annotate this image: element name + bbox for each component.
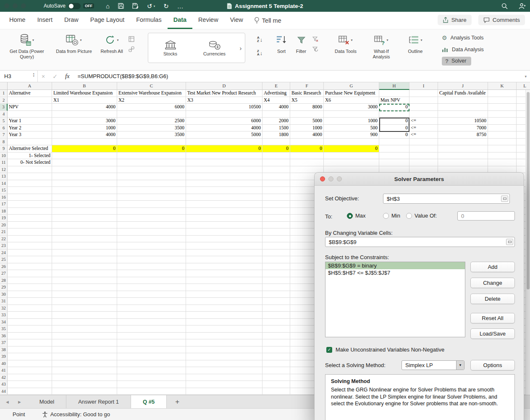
- cell-A36[interactable]: [8, 333, 52, 340]
- cell-D3[interactable]: 10500: [186, 104, 262, 111]
- cell-E41[interactable]: [262, 367, 290, 374]
- cell-H1[interactable]: [379, 90, 409, 97]
- cell-D22[interactable]: [186, 236, 262, 243]
- cell-H9[interactable]: [379, 145, 409, 152]
- cell-D31[interactable]: [186, 298, 262, 305]
- cell-A41[interactable]: [8, 367, 52, 374]
- cell-A11[interactable]: 0- Not Selected: [8, 159, 52, 166]
- cell-C21[interactable]: [117, 228, 186, 236]
- cell-B19[interactable]: [52, 215, 117, 222]
- cell-B2[interactable]: X1: [52, 97, 117, 104]
- cell-B38[interactable]: [52, 346, 117, 354]
- cell-C37[interactable]: [117, 339, 186, 346]
- column-header-K[interactable]: K: [488, 82, 517, 90]
- cell-D34[interactable]: [186, 319, 262, 326]
- cell-C35[interactable]: [117, 326, 186, 333]
- column-header-D[interactable]: D: [186, 82, 262, 90]
- cell-H3[interactable]: 0: [379, 104, 409, 111]
- cell-E6[interactable]: 1500: [262, 125, 290, 132]
- column-header-F[interactable]: F: [290, 82, 324, 90]
- cell-B13[interactable]: [52, 173, 117, 180]
- cell-B36[interactable]: [52, 333, 117, 340]
- cell-F4[interactable]: [290, 111, 324, 118]
- row-header-37[interactable]: 37: [0, 339, 8, 346]
- cell-C32[interactable]: [117, 305, 186, 312]
- column-header-I[interactable]: I: [409, 82, 438, 90]
- row-header-12[interactable]: 12: [0, 166, 8, 173]
- cell-E7[interactable]: 1800: [262, 131, 290, 139]
- cell-D38[interactable]: [186, 346, 262, 354]
- tell-me-button[interactable]: Tell me: [249, 12, 286, 29]
- cell-B23[interactable]: [52, 242, 117, 249]
- insert-function-icon[interactable]: fx: [65, 73, 70, 80]
- undo-button[interactable]: ↺▾: [147, 3, 155, 9]
- cell-A8[interactable]: [8, 139, 52, 146]
- change-constraint-button[interactable]: Change: [470, 278, 515, 288]
- select-all-corner[interactable]: [0, 82, 8, 90]
- tab-view[interactable]: View: [224, 12, 249, 29]
- non-negative-checkbox-row[interactable]: ✓ Make Unconstrained Variables Non-Negat…: [326, 346, 444, 353]
- sheet-tab-model[interactable]: Model: [28, 395, 66, 408]
- confirm-entry-icon[interactable]: ✓: [52, 73, 58, 80]
- row-header-28[interactable]: 28: [0, 277, 8, 284]
- cell-D23[interactable]: [186, 242, 262, 249]
- radio-max[interactable]: Max: [347, 213, 366, 219]
- cell-B20[interactable]: [52, 222, 117, 229]
- row-header-8[interactable]: 8: [0, 139, 8, 146]
- column-header-A[interactable]: A: [8, 82, 52, 90]
- add-sheet-button[interactable]: +: [175, 395, 179, 408]
- cell-C8[interactable]: [117, 139, 186, 146]
- radio-value-of[interactable]: Value Of:: [406, 213, 437, 219]
- cell-A6[interactable]: Year 2: [8, 125, 52, 132]
- cell-B21[interactable]: [52, 228, 117, 236]
- delete-constraint-button[interactable]: Delete: [470, 294, 515, 304]
- constraint-item[interactable]: $B$9:$G$9 = binary: [325, 262, 465, 269]
- close-window-button[interactable]: [4, 3, 9, 8]
- sort-descending-button[interactable]: ZA ↓: [257, 50, 262, 56]
- cell-D17[interactable]: [186, 201, 262, 208]
- cell-C26[interactable]: [117, 263, 186, 270]
- stocks-data-type[interactable]: Stocks: [148, 40, 192, 56]
- value-of-input[interactable]: 0: [457, 211, 515, 220]
- cell-C38[interactable]: [117, 346, 186, 354]
- row-header-14[interactable]: 14: [0, 180, 8, 187]
- cell-D11[interactable]: [186, 159, 262, 166]
- cell-B35[interactable]: [52, 326, 117, 333]
- cell-D6[interactable]: 4000: [186, 125, 262, 132]
- cell-B41[interactable]: [52, 367, 117, 374]
- cell-K3[interactable]: [488, 104, 517, 111]
- cell-D16[interactable]: [186, 194, 262, 201]
- row-header-22[interactable]: 22: [0, 236, 8, 243]
- row-header-5[interactable]: 5: [0, 118, 8, 125]
- column-header-B[interactable]: B: [52, 82, 117, 90]
- cell-J2[interactable]: [438, 97, 488, 104]
- cell-A22[interactable]: [8, 236, 52, 243]
- autosave-toggle[interactable]: [68, 3, 81, 9]
- cell-D39[interactable]: [186, 353, 262, 360]
- cell-A7[interactable]: Year 3: [8, 131, 52, 139]
- zoom-window-button[interactable]: [21, 3, 26, 8]
- cell-C41[interactable]: [117, 367, 186, 374]
- sort-button[interactable]: Sort: [272, 32, 291, 54]
- cell-B25[interactable]: [52, 256, 117, 263]
- cell-D40[interactable]: [186, 360, 262, 368]
- row-header-4[interactable]: 4: [0, 111, 8, 118]
- cell-G3[interactable]: 3000: [324, 104, 379, 111]
- row-header-1[interactable]: 1: [0, 90, 8, 97]
- cell-E44[interactable]: [262, 388, 290, 395]
- cell-K4[interactable]: [488, 111, 517, 118]
- cell-G2[interactable]: X6: [324, 97, 379, 104]
- cell-G6[interactable]: 500: [324, 125, 379, 132]
- cell-C4[interactable]: [117, 111, 186, 118]
- dialog-close-button[interactable]: [320, 176, 325, 181]
- cell-C17[interactable]: [117, 201, 186, 208]
- cell-F7[interactable]: 4000: [290, 131, 324, 139]
- edit-links-icon[interactable]: [129, 46, 134, 52]
- cell-K11[interactable]: [488, 159, 517, 166]
- cell-D14[interactable]: [186, 180, 262, 187]
- cell-E25[interactable]: [262, 256, 290, 263]
- cell-K2[interactable]: [488, 97, 517, 104]
- cell-E19[interactable]: [262, 215, 290, 222]
- cell-B34[interactable]: [52, 319, 117, 326]
- cell-E32[interactable]: [262, 305, 290, 312]
